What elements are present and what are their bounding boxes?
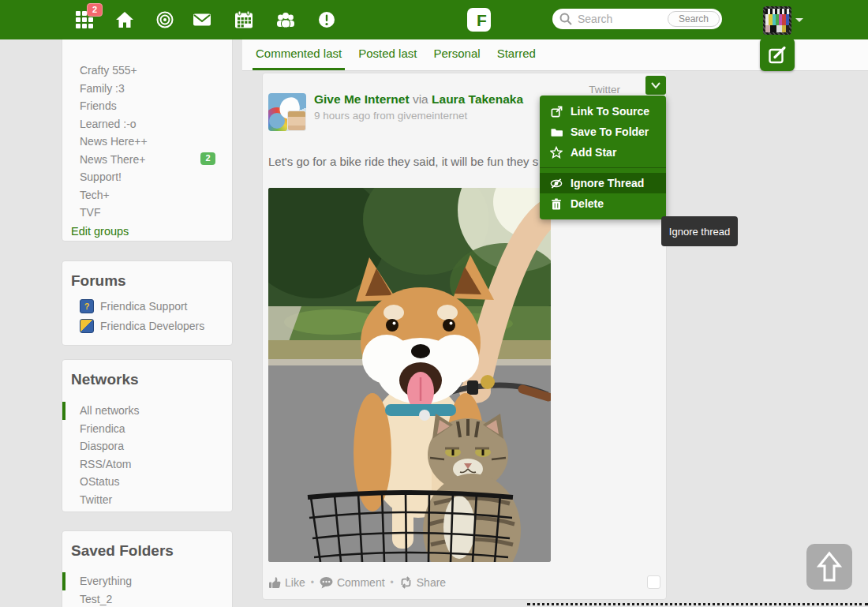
groups-icon[interactable] <box>276 11 295 28</box>
forums-panel: Forums ? Friendica Support Friendica Dev… <box>62 260 233 346</box>
networks-list: All networks Friendica Diaspora RSS/Atom… <box>62 402 232 508</box>
comment-bubble-icon <box>320 576 333 589</box>
forum-item-friendica-developers[interactable]: Friendica Developers <box>62 316 232 335</box>
folders-list: Everything Test_2 <box>62 572 232 607</box>
search-input[interactable] <box>578 9 668 28</box>
bullseye-icon[interactable] <box>156 11 174 28</box>
eye-slash-icon <box>550 177 563 189</box>
search-submit-button[interactable]: Search <box>668 11 720 27</box>
saved-folders-title: Saved Folders <box>71 542 232 560</box>
friendica-logo-icon[interactable]: F <box>467 8 491 32</box>
thumbs-up-icon <box>268 576 281 589</box>
groups-list: Crafty 555+ Family :3 Friends Learned :-… <box>62 62 232 222</box>
tab-starred[interactable]: Starred <box>494 39 539 70</box>
menu-item-delete[interactable]: Delete <box>540 193 666 214</box>
user-avatar[interactable] <box>763 6 791 35</box>
share-button[interactable]: Share <box>399 576 446 589</box>
user-menu-caret-icon[interactable] <box>795 18 803 22</box>
home-icon[interactable] <box>116 11 133 28</box>
folder-icon <box>550 126 563 138</box>
network-item-ostatus[interactable]: OStatus <box>62 473 232 491</box>
forum-avatar-icon: ? <box>80 299 94 313</box>
star-outline-icon <box>550 146 563 159</box>
wall-owner-link[interactable]: Laura Takenaka <box>432 92 523 106</box>
post-body-text: Let's go for a bike ride they said, it w… <box>268 155 538 168</box>
menu-item-link-to-source[interactable]: Link To Source <box>540 101 666 122</box>
tab-commented-last[interactable]: Commented last <box>253 39 345 70</box>
comment-button[interactable]: Comment <box>320 576 385 589</box>
post-photo[interactable] <box>268 188 551 562</box>
group-item[interactable]: Friends <box>62 97 232 115</box>
post-menu-toggle-button[interactable] <box>645 76 666 95</box>
search-icon <box>559 13 572 25</box>
calendar-icon[interactable] <box>235 11 253 28</box>
up-arrow-icon <box>816 551 843 583</box>
folder-item-everything[interactable]: Everything <box>62 572 232 590</box>
scroll-to-top-button[interactable] <box>806 544 852 590</box>
pencil-square-icon <box>769 46 787 64</box>
network-item-all[interactable]: All networks <box>62 402 232 420</box>
forums-title: Forums <box>71 272 232 290</box>
network-item-diaspora[interactable]: Diaspora <box>62 437 232 455</box>
group-item[interactable]: Learned :-o <box>62 115 232 133</box>
folder-item-test2[interactable]: Test_2 <box>62 590 232 607</box>
menu-item-ignore-thread[interactable]: Ignore Thread <box>540 173 666 193</box>
post-network-label: Twitter <box>589 84 620 96</box>
tab-posted-last[interactable]: Posted last <box>355 39 420 70</box>
menu-separator <box>540 167 666 168</box>
group-item[interactable]: Tech+ <box>62 186 232 204</box>
networks-panel: Networks All networks Friendica Diaspora… <box>62 359 233 512</box>
page-bottom-dotted-edge <box>527 603 868 605</box>
dog-cat-bicycle-photo <box>268 188 551 562</box>
trash-icon <box>550 197 563 210</box>
saved-folders-panel: Saved Folders Everything Test_2 <box>62 530 233 607</box>
wall-owner-mini-avatar <box>287 111 306 131</box>
post-timestamp[interactable]: 9 hours ago from givemeinternet <box>314 110 467 122</box>
network-item-friendica[interactable]: Friendica <box>62 420 232 438</box>
external-link-icon <box>550 105 563 118</box>
post-actions-dropdown: Link To Source Save To Folder Add Star I… <box>540 96 666 219</box>
menu-item-add-star[interactable]: Add Star <box>540 142 666 163</box>
group-item[interactable]: Support! <box>62 168 232 186</box>
edit-groups-link[interactable]: Edit groups <box>71 225 232 238</box>
forum-item-friendica-support[interactable]: ? Friendica Support <box>62 296 232 316</box>
notification-count-badge[interactable]: 2 <box>87 3 103 17</box>
group-item[interactable]: Family :3 <box>62 80 232 98</box>
top-navbar: 2 F Search <box>0 0 868 39</box>
unread-count-badge: 2 <box>200 152 215 165</box>
networks-title: Networks <box>71 371 232 388</box>
search-box: Search <box>552 9 722 29</box>
forum-avatar-icon <box>80 319 94 333</box>
like-button[interactable]: Like <box>268 576 305 589</box>
post-select-checkbox[interactable] <box>647 575 660 589</box>
retweet-share-icon <box>399 576 413 589</box>
group-item[interactable]: TVF <box>62 204 232 222</box>
network-item-twitter[interactable]: Twitter <box>62 491 232 509</box>
group-item[interactable]: News Here++ <box>62 133 232 151</box>
ignore-thread-tooltip: Ignore thread <box>661 216 738 246</box>
group-item[interactable]: Crafty 555+ <box>62 62 232 80</box>
tab-personal[interactable]: Personal <box>430 39 483 70</box>
post-actions-row: Like • Comment • Share <box>268 576 446 589</box>
chevron-down-icon <box>650 81 661 89</box>
post-byline: Give Me Internet via Laura Takenaka <box>314 92 523 107</box>
post-author-link[interactable]: Give Me Internet <box>314 92 410 106</box>
mail-icon[interactable] <box>193 11 211 28</box>
compose-button[interactable] <box>760 38 795 71</box>
network-item-rss-atom[interactable]: RSS/Atom <box>62 455 232 474</box>
menu-item-save-to-folder[interactable]: Save To Folder <box>540 122 666 142</box>
post-author-avatar[interactable] <box>268 93 306 131</box>
alert-icon[interactable] <box>318 11 335 28</box>
group-item[interactable]: News There+ 2 <box>62 151 232 169</box>
